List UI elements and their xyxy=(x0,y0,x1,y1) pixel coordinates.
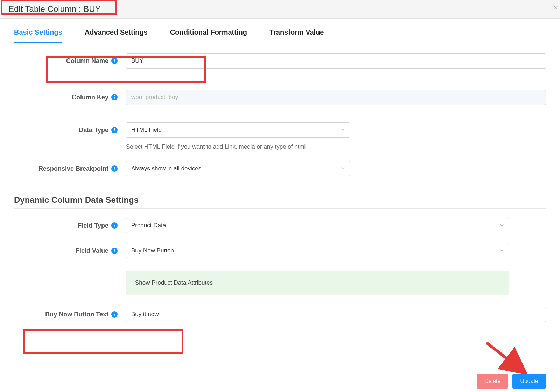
chevron-down-icon xyxy=(500,222,504,229)
chevron-down-icon xyxy=(500,247,504,254)
update-button[interactable]: Update xyxy=(512,374,546,389)
row-buy-now-text: Buy Now Button Text i xyxy=(14,307,546,322)
data-type-help: Select HTML Field if you want to add Lin… xyxy=(126,141,546,161)
row-column-key: Column Key i xyxy=(14,90,546,105)
annotation-box xyxy=(23,329,183,354)
label-text-field-type: Field Type xyxy=(78,222,108,229)
info-icon[interactable]: i xyxy=(111,311,118,318)
tab-basic-settings[interactable]: Basic Settings xyxy=(14,28,62,43)
dynamic-section-heading: Dynamic Column Data Settings xyxy=(14,189,546,209)
label-text-field-value: Field Value xyxy=(76,247,108,255)
tab-conditional-formatting[interactable]: Conditional Formatting xyxy=(170,28,247,43)
footer-actions: Delete Update xyxy=(477,374,546,389)
annotation-arrow-icon xyxy=(483,339,528,374)
data-type-select[interactable]: HTML Field xyxy=(126,122,350,138)
modal-title: Edit Table Column : BUY xyxy=(8,4,101,14)
info-icon[interactable]: i xyxy=(111,222,118,229)
row-data-type: Data Type i HTML Field xyxy=(14,122,546,138)
responsive-value: Always show in all devices xyxy=(131,165,201,172)
info-icon[interactable]: i xyxy=(111,94,118,100)
label-data-type: Data Type i xyxy=(14,127,126,134)
tab-bar: Basic Settings Advanced Settings Conditi… xyxy=(0,19,560,43)
chevron-down-icon xyxy=(341,127,345,134)
info-icon[interactable]: i xyxy=(111,127,118,133)
label-column-name: Column Name i xyxy=(14,57,126,65)
data-type-value: HTML Field xyxy=(131,127,162,134)
row-field-type: Field Type i Product Data xyxy=(14,218,546,233)
delete-button[interactable]: Delete xyxy=(477,374,508,389)
row-responsive: Responsive Breakpoint i Always show in a… xyxy=(14,161,546,176)
column-name-input[interactable] xyxy=(126,53,546,69)
field-type-value: Product Data xyxy=(131,222,166,229)
tab-advanced-settings[interactable]: Advanced Settings xyxy=(85,28,148,43)
svg-line-0 xyxy=(486,343,522,370)
label-text-data-type: Data Type xyxy=(79,127,108,134)
tab-transform-value[interactable]: Transform Value xyxy=(270,28,324,43)
column-key-input xyxy=(126,90,546,105)
info-icon[interactable]: i xyxy=(111,248,118,254)
label-field-type: Field Type i xyxy=(14,222,126,229)
buy-now-text-input[interactable] xyxy=(126,307,546,322)
label-text-buy-now: Buy Now Button Text xyxy=(45,311,108,318)
field-value-select[interactable]: Buy Now Button xyxy=(126,243,509,258)
field-value-value: Buy Now Button xyxy=(131,247,174,254)
close-icon[interactable]: × xyxy=(553,3,558,13)
label-buy-now-text: Buy Now Button Text i xyxy=(14,311,126,318)
form-area: Column Name i Column Key i Data Type i H… xyxy=(0,43,560,322)
label-column-key: Column Key i xyxy=(14,94,126,101)
label-responsive: Responsive Breakpoint i xyxy=(14,165,126,172)
label-text-column-key: Column Key xyxy=(72,94,108,101)
responsive-select[interactable]: Always show in all devices xyxy=(126,161,350,176)
row-column-name: Column Name i xyxy=(14,53,546,69)
row-field-value: Field Value i Buy Now Button xyxy=(14,243,546,258)
info-icon[interactable]: i xyxy=(111,58,118,64)
label-field-value: Field Value i xyxy=(14,247,126,255)
field-type-select[interactable]: Product Data xyxy=(126,218,509,233)
show-attributes-banner[interactable]: Show Product Data Attributes xyxy=(126,271,509,295)
info-icon[interactable]: i xyxy=(111,165,118,172)
chevron-down-icon xyxy=(341,165,345,172)
label-text-responsive: Responsive Breakpoint xyxy=(38,165,108,172)
label-text-column-name: Column Name xyxy=(66,57,108,65)
modal-header: Edit Table Column : BUY × xyxy=(0,0,560,19)
